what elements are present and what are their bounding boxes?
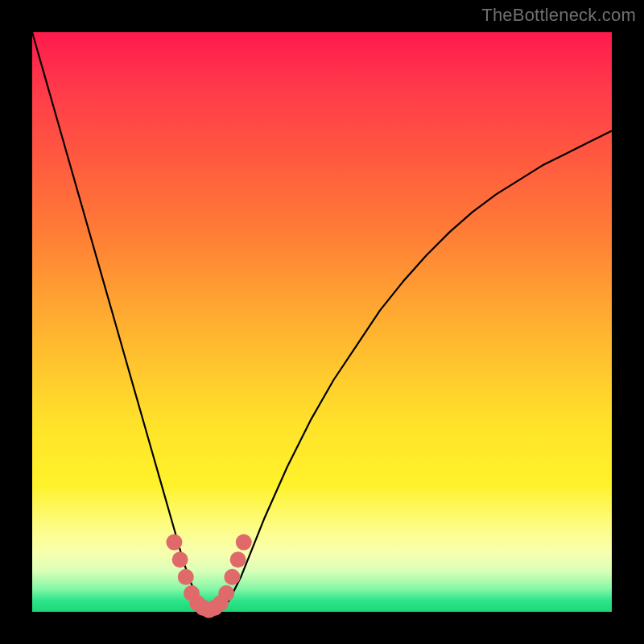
valley-marker bbox=[236, 535, 252, 551]
watermark-text: TheBottleneck.com bbox=[481, 5, 636, 26]
valley-marker bbox=[166, 535, 182, 551]
bottleneck-curve bbox=[32, 32, 612, 610]
valley-marker bbox=[172, 551, 188, 568]
valley-marker-group bbox=[166, 535, 251, 618]
plot-area bbox=[32, 32, 612, 612]
chart-frame: TheBottleneck.com bbox=[0, 0, 644, 644]
curve-svg bbox=[32, 32, 612, 612]
valley-marker bbox=[224, 569, 240, 585]
valley-marker bbox=[230, 551, 246, 568]
valley-marker bbox=[178, 569, 194, 585]
valley-marker bbox=[218, 585, 234, 601]
